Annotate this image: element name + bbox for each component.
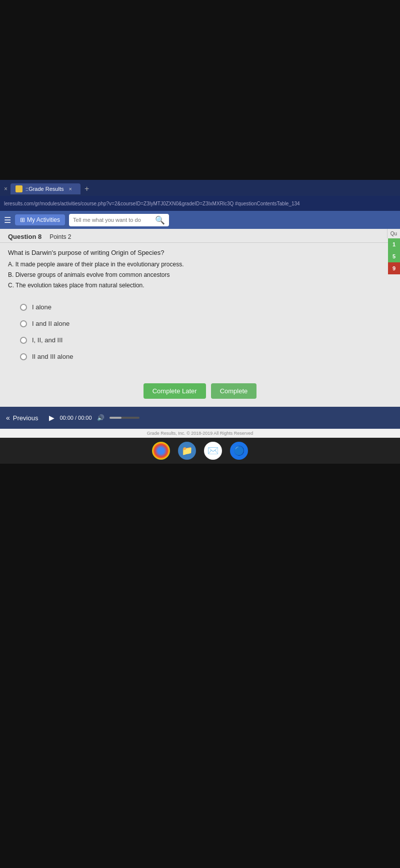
tab-title: ::Grade Results <box>26 186 64 192</box>
points-label: Points 2 <box>50 233 71 240</box>
radio-option-3[interactable] <box>20 337 27 344</box>
play-button[interactable]: ▶ <box>49 414 54 422</box>
answer-label-2: I and II alone <box>32 320 70 327</box>
badge-qu: Qu <box>387 229 400 238</box>
previous-label: Previous <box>13 414 38 422</box>
answer-label-4: II and III alone <box>32 353 73 360</box>
progress-fill <box>110 417 122 419</box>
search-bar[interactable]: 🔍 <box>69 214 169 226</box>
radio-option-1[interactable] <box>20 304 27 311</box>
tab-bar: × ::Grade Results × + <box>0 180 400 196</box>
radio-option-4[interactable] <box>20 353 27 360</box>
complete-button[interactable]: Complete <box>211 383 257 399</box>
question-number: Question 8 <box>8 233 42 240</box>
time-display: 00:00 / 00:00 <box>60 415 92 421</box>
answer-label-3: I, II, and III <box>32 336 62 344</box>
media-bar: « Previous ▶ 00:00 / 00:00 🔊 <box>0 407 400 429</box>
right-badges: Qu 1 5 9 <box>387 229 400 274</box>
taskbar-other-icon[interactable]: 🔵 <box>230 442 248 460</box>
badge-5[interactable]: 5 <box>388 250 400 262</box>
browser-chrome: × ::Grade Results × + leresults.com/gr/m… <box>0 180 400 211</box>
option-c-text: C. The evolution takes place from natura… <box>8 281 392 290</box>
answer-label-1: I alone <box>32 303 52 311</box>
hamburger-icon[interactable]: ☰ <box>4 215 11 225</box>
bottom-dark-area <box>0 464 400 814</box>
footer-text: Grade Results, Inc. © 2018-2019 All Righ… <box>147 431 254 436</box>
search-icon: 🔍 <box>155 215 165 225</box>
new-tab-btn[interactable]: + <box>84 184 89 193</box>
answer-option-4: II and III alone <box>20 353 380 360</box>
tab-favicon-icon <box>16 185 22 192</box>
taskbar: 📁 ✉️ 🔵 <box>0 438 400 464</box>
previous-button[interactable]: « Previous <box>6 414 38 422</box>
browser-tab[interactable]: ::Grade Results × <box>10 183 80 194</box>
nav-toolbar: ☰ ⊞ My Activities 🔍 <box>0 211 400 229</box>
tab-close-btn[interactable]: × <box>68 186 72 192</box>
question-header: Question 8 Points 2 <box>0 229 400 243</box>
progress-bar[interactable] <box>110 417 140 419</box>
window-close-x[interactable]: × <box>4 185 8 192</box>
taskbar-gmail-icon[interactable]: ✉️ <box>204 442 222 460</box>
volume-icon[interactable]: 🔊 <box>97 414 104 421</box>
chevron-left-icon: « <box>6 414 10 422</box>
question-text: What is Darwin's purpose of writing Orig… <box>8 249 392 256</box>
buttons-row: Complete Later Complete <box>0 375 400 407</box>
taskbar-chrome-icon[interactable] <box>152 442 170 460</box>
option-a-text: A. It made people aware of their place i… <box>8 260 392 269</box>
address-bar: leresults.com/gr/modules/activities/cour… <box>0 196 400 211</box>
my-activities-button[interactable]: ⊞ My Activities <box>15 214 65 225</box>
grid-icon: ⊞ <box>20 216 25 223</box>
taskbar-files-icon[interactable]: 📁 <box>178 442 196 460</box>
address-text[interactable]: leresults.com/gr/modules/activities/cour… <box>4 201 396 206</box>
question-body: What is Darwin's purpose of writing Orig… <box>0 243 400 297</box>
option-b-text: B. Diverse groups of animals evolve from… <box>8 271 392 279</box>
footer: Grade Results, Inc. © 2018-2019 All Righ… <box>0 429 400 438</box>
my-activities-label: My Activities <box>27 216 60 223</box>
answers-section: I alone I and II alone I, II, and III II… <box>0 297 400 375</box>
top-dark-area <box>0 0 400 180</box>
badge-9[interactable]: 9 <box>388 262 400 274</box>
complete-later-button[interactable]: Complete Later <box>144 383 206 399</box>
main-content: Question 8 Points 2 What is Darwin's pur… <box>0 229 400 407</box>
badge-1[interactable]: 1 <box>388 238 400 250</box>
answer-option-1: I alone <box>20 303 380 311</box>
radio-option-2[interactable] <box>20 320 27 327</box>
answer-option-2: I and II alone <box>20 320 380 327</box>
answer-option-3: I, II, and III <box>20 336 380 344</box>
search-input[interactable] <box>73 217 153 223</box>
